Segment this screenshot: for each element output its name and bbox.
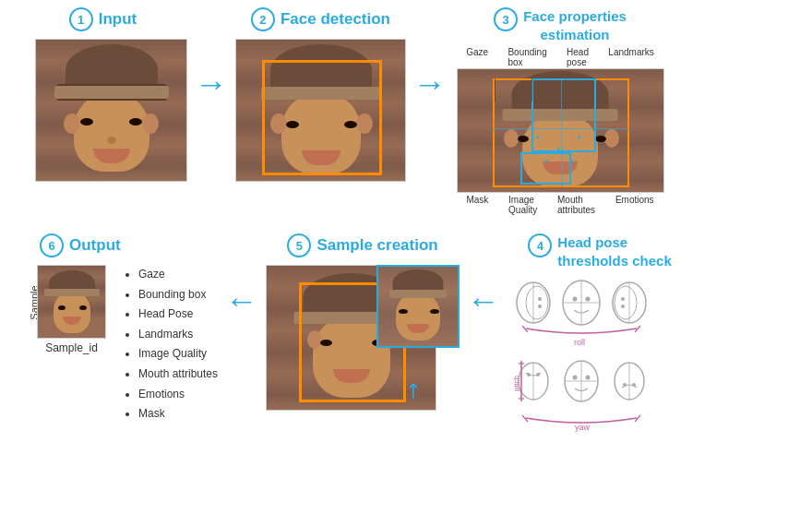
- face-detection-image: [235, 39, 406, 182]
- svg-point-3: [538, 297, 542, 301]
- output-item-mouth: Mouth attributes: [138, 365, 218, 385]
- step6-col: 6 Output Sample Sample_id: [14, 233, 218, 424]
- annot-quality: ImageQuality: [508, 195, 537, 215]
- arrow-5-6: ←: [218, 233, 266, 317]
- annot-mouth: Mouthattributes: [557, 195, 595, 215]
- step3-blue-headpose: [531, 78, 596, 152]
- output-item-mask: Mask: [138, 404, 218, 424]
- step5-col: 5 Sample creation: [266, 233, 460, 422]
- annot-landmarks: Landmarks: [608, 47, 653, 67]
- annot-mask: Mask: [466, 195, 488, 215]
- step4-circle: 4: [528, 233, 552, 257]
- step3-label: Face propertiesestimation: [523, 7, 627, 43]
- step5-crop-overlay: [376, 265, 460, 348]
- step3-col: 3 Face propertiesestimation Gaze Boundin…: [454, 7, 666, 215]
- step1-circle: 1: [69, 7, 93, 31]
- svg-point-1: [526, 286, 548, 319]
- output-item-emotions: Emotions: [138, 385, 218, 405]
- output-item-bbox: Bounding box: [138, 285, 218, 305]
- svg-point-14: [621, 305, 625, 308]
- svg-point-8: [573, 297, 578, 302]
- output-item-gaze: Gaze: [138, 265, 218, 285]
- step3-blue-mouth: [520, 152, 571, 185]
- step2-label: Face detection: [281, 10, 390, 29]
- svg-point-11: [615, 286, 637, 319]
- step4-label: Head posethresholds check: [557, 233, 671, 269]
- head-pose-diagram: roll: [508, 275, 692, 432]
- svg-point-30: [632, 383, 636, 387]
- output-item-quality: Image Quality: [138, 344, 218, 365]
- svg-point-21: [536, 373, 540, 377]
- face-properties-image: [457, 68, 664, 193]
- output-list: Gaze Bounding box Head Pose Landmarks Im…: [120, 265, 218, 424]
- svg-point-4: [538, 305, 542, 308]
- svg-point-29: [623, 383, 627, 387]
- diagram: 1 Input Source image: [0, 0, 812, 514]
- svg-point-13: [621, 297, 625, 301]
- annot-gaze: Gaze: [466, 47, 488, 67]
- step5-label: Sample creation: [316, 236, 437, 255]
- step4-col: 4 Head posethresholds check: [508, 233, 692, 432]
- orange-bbox: [262, 60, 382, 175]
- svg-text:yaw: yaw: [575, 423, 591, 432]
- step3-circle: 3: [494, 7, 518, 31]
- svg-point-20: [527, 373, 531, 377]
- step2-col: 2 Face detection: [235, 7, 406, 182]
- output-item-landmarks: Landmarks: [138, 325, 218, 345]
- annot-headpose: Headpose: [567, 47, 589, 67]
- sample-id: Sample_id: [37, 341, 106, 354]
- sample-image: [37, 265, 106, 339]
- bottom-annotations: Mask ImageQuality Mouthattributes Emotio…: [457, 195, 664, 215]
- svg-text:roll: roll: [574, 338, 585, 347]
- svg-point-25: [573, 376, 578, 380]
- annot-emotions: Emotions: [615, 195, 654, 215]
- input-image: [35, 39, 187, 182]
- annot-bbox: Boundingbox: [508, 47, 546, 67]
- svg-text:pitch: pitch: [512, 376, 520, 391]
- sample-creation-container: ↗: [266, 265, 460, 422]
- arrow-4-5: ←: [460, 233, 508, 317]
- step1-col: 1 Input Source image: [18, 7, 187, 182]
- step6-label: Output: [69, 236, 121, 255]
- top-annotations: Gaze Boundingbox Headpose Landmarks: [457, 47, 664, 67]
- step1-label: Input: [99, 10, 137, 29]
- step5-circle: 5: [287, 233, 311, 257]
- svg-point-9: [586, 297, 591, 302]
- step6-circle: 6: [40, 233, 64, 257]
- step2-circle: 2: [251, 7, 275, 31]
- output-item-headpose: Head Pose: [138, 305, 218, 325]
- arrow-2-3: →: [406, 7, 454, 101]
- arrow-1-2: →: [187, 7, 235, 101]
- svg-point-26: [586, 376, 591, 380]
